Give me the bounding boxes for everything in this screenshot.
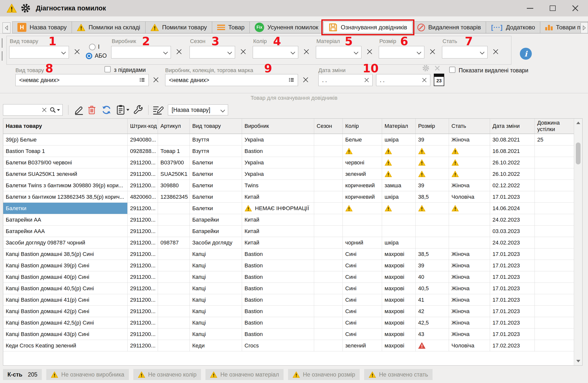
table-cell[interactable]: махрові [382,306,416,317]
table-cell[interactable]: 17.01.2023 [490,191,535,202]
table-cell[interactable] [449,157,490,168]
table-cell[interactable]: шкіра [382,134,416,145]
scroll-up-button[interactable] [574,119,582,127]
table-cell[interactable] [343,203,382,214]
table-cell[interactable]: Китай [242,237,314,248]
table-cell[interactable]: 2911200... [128,226,158,237]
table-cell[interactable] [535,203,574,214]
table-cell[interactable]: Батарейки [190,214,242,225]
column-header-4[interactable]: Виробник [242,119,314,134]
table-cell[interactable] [449,145,490,157]
list-picker-icon[interactable] [140,77,145,84]
info-icon[interactable]: i [520,48,532,60]
table-row[interactable]: Балетки з бантиком 123862345 38,5(р) кор… [3,191,582,203]
table-cell[interactable]: 40,5 [416,283,449,294]
table-cell[interactable] [158,271,190,283]
table-cell[interactable]: 17.01.2023 [490,317,535,328]
scrollbar-thumb[interactable] [576,143,581,164]
table-cell[interactable]: Балетки [3,203,128,214]
clear-producer-filter-button[interactable] [303,77,308,83]
column-header-5[interactable]: Сезон [314,119,343,134]
table-cell[interactable] [343,226,382,237]
table-cell[interactable]: Капці [190,283,242,294]
table-cell[interactable] [158,203,190,214]
table-cell[interactable] [314,134,343,145]
table-cell[interactable]: 24.02.2023 [490,214,535,225]
table-cell[interactable] [158,214,190,225]
show-deleted-checkbox[interactable] [449,67,455,73]
table-cell[interactable] [314,306,343,317]
table-cell[interactable]: Жіноча [449,294,490,305]
table-cell[interactable]: зелений [343,168,382,180]
tab-product-name[interactable]: ННазва товару [12,21,72,33]
table-cell[interactable]: Китай [242,191,314,202]
table-cell[interactable] [158,260,190,271]
clear-date-filter-button[interactable] [435,66,440,71]
clear-date-to-button[interactable] [422,78,427,82]
radio-АБО[interactable]: АБО [86,52,107,59]
table-row[interactable]: Балетки SUA250K1 зелений2911200...SUA250… [3,168,582,180]
table-row[interactable]: Bastion Товар 10928288...Товар 1ВзуттяBa… [3,145,582,157]
table-cell[interactable]: Bastion [242,294,314,305]
table-cell[interactable]: 309880 [158,180,190,191]
table-cell[interactable]: махрові [382,340,416,351]
column-header-1[interactable]: Штрих-код [128,119,158,134]
table-cell[interactable]: Bastion [242,260,314,271]
mass-edit-button[interactable] [152,105,164,115]
table-cell[interactable]: 39 [416,180,449,191]
table-cell[interactable]: Сині [343,306,382,317]
producer-filter-input[interactable]: <немає даних> [165,74,298,86]
table-cell[interactable]: 2911200... [128,294,158,305]
table-cell[interactable]: 2911200... [128,283,158,294]
table-row[interactable]: Капці Bastion домашні 42,5(р) Сині291120… [3,317,582,329]
table-cell[interactable] [449,226,490,237]
table-cell[interactable]: 40 [416,271,449,283]
table-cell[interactable] [158,317,190,328]
column-header-10[interactable]: Дата зміни [490,119,535,134]
table-cell[interactable] [158,340,190,351]
table-cell[interactable]: Кеди Crocs Keating зелений [3,340,128,351]
table-cell[interactable] [382,157,416,168]
table-cell[interactable]: махрові [382,294,416,305]
table-cell[interactable]: B0379/00 [158,157,190,168]
table-cell[interactable] [416,203,449,214]
clear-stat-button[interactable] [493,49,498,54]
table-cell[interactable]: махрові [382,283,416,294]
table-cell[interactable]: 17.01.2023 [490,260,535,271]
table-cell[interactable] [343,214,382,225]
table-cell[interactable]: Батарейки [190,226,242,237]
table-cell[interactable]: 39 [416,134,449,145]
table-cell[interactable] [535,214,574,225]
table-cell[interactable] [382,226,416,237]
table-cell[interactable]: Балетки Twins з бантиком 309880 39(р) ко… [3,180,128,191]
table-cell[interactable]: Україна [242,157,314,168]
table-cell[interactable] [314,283,343,294]
table-cell[interactable] [416,168,449,180]
table-cell[interactable] [158,294,190,305]
splitter-grip[interactable] [2,51,2,61]
table-cell[interactable] [382,168,416,180]
clear-vyrobnyk-button[interactable] [176,49,182,54]
table-row[interactable]: Капці Bastion домашні 42(р) Сині2911200.… [3,306,582,317]
table-cell[interactable]: 25 [535,134,574,145]
table-row[interactable]: Балетки2911200...БалеткиНЕМАЄ ІНФОРМАЦІЇ… [3,203,582,214]
table-cell[interactable]: Засоби догляду [190,237,242,248]
table-cell[interactable] [158,248,190,260]
table-cell[interactable] [158,226,190,237]
column-header-2[interactable]: Артикул [158,119,190,134]
column-header-6[interactable]: Колір [343,119,382,134]
table-cell[interactable]: Сині [343,317,382,328]
table-cell[interactable] [535,145,574,157]
delete-button[interactable] [87,105,96,115]
table-cell[interactable]: 42,5 [416,317,449,328]
table-cell[interactable]: 2911200... [128,180,158,191]
column-header-11[interactable]: Довжина устілки [535,119,574,134]
table-cell[interactable]: Жіноча [449,271,490,283]
table-cell[interactable] [314,145,343,157]
table-row[interactable]: Батарейки AAA2911200...БатарейкиКитай03.… [3,226,582,237]
table-cell[interactable]: Сині [343,294,382,305]
tab-product[interactable]: Товар [212,21,250,33]
table-cell[interactable] [535,340,574,351]
table-cell[interactable]: Жіноча [449,248,490,260]
table-cell[interactable]: 43 [416,329,449,340]
